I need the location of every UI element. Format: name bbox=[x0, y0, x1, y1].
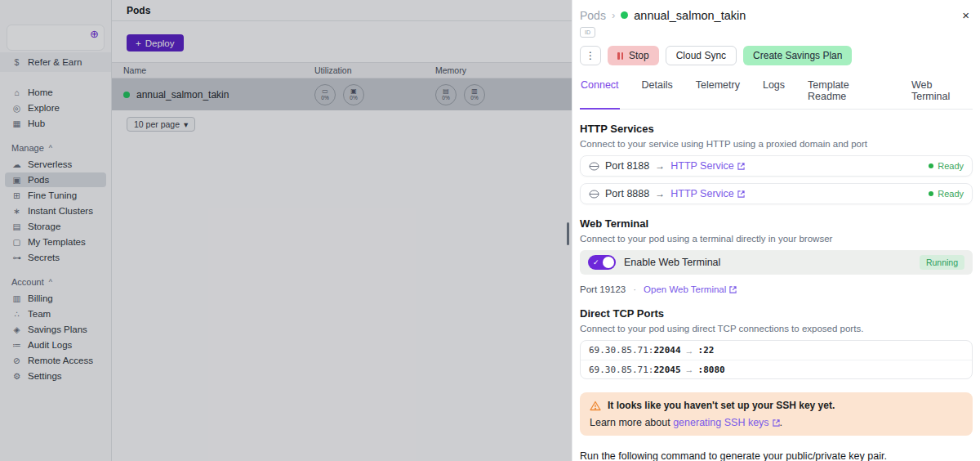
tcp-internal-port: :22 bbox=[698, 345, 715, 356]
ready-label: Ready bbox=[938, 189, 964, 199]
external-link-icon bbox=[729, 286, 737, 293]
separator-dot: · bbox=[633, 284, 636, 294]
toggle-knob bbox=[603, 257, 614, 268]
more-actions-button[interactable]: ⋮ bbox=[580, 46, 601, 65]
http-port-row-8188: Port 8188 → HTTP Service Ready bbox=[580, 155, 973, 177]
external-link-icon bbox=[737, 163, 745, 170]
web-terminal-title: Web Terminal bbox=[580, 217, 973, 230]
globe-icon bbox=[589, 162, 599, 171]
status-badge: Ready bbox=[929, 189, 964, 199]
port-label: Port 8188 bbox=[605, 160, 649, 172]
http-services-description: Connect to your service using HTTP using… bbox=[580, 139, 973, 149]
status-badge: Ready bbox=[929, 161, 964, 171]
tab-connect[interactable]: Connect bbox=[580, 76, 620, 110]
tcp-public-port: 22044 bbox=[653, 345, 680, 356]
external-link-icon bbox=[773, 419, 780, 427]
create-savings-plan-button[interactable]: Create Savings Plan bbox=[743, 46, 852, 65]
ready-dot-icon bbox=[929, 191, 933, 196]
pod-title: annual_salmon_takin bbox=[634, 9, 746, 22]
external-link-icon bbox=[737, 190, 745, 198]
workspace-region: ⊕ $ Refer & Earn ⌂ Home ◎ Explore ▦ Hub … bbox=[0, 0, 572, 461]
web-terminal-toggle-row: ✓ Enable Web Terminal Running bbox=[580, 250, 973, 275]
stop-button[interactable]: Stop bbox=[608, 46, 659, 65]
keygen-instruction: Run the following command to generate yo… bbox=[580, 450, 973, 461]
tcp-port-row: 69.30.85.71:22044→:22 bbox=[581, 341, 972, 360]
stop-label: Stop bbox=[629, 50, 649, 61]
ssh-warning-body: Learn more about generating SSH keys . bbox=[590, 417, 963, 428]
status-dot bbox=[621, 11, 628, 19]
ssh-warning-title: It looks like you haven't set up your SS… bbox=[608, 400, 835, 411]
ssh-warning-box: It looks like you haven't set up your SS… bbox=[580, 392, 973, 436]
panel-header: Pods › annual_salmon_takin × bbox=[580, 0, 973, 23]
http-services-title: HTTP Services bbox=[580, 123, 973, 135]
tcp-ip: 69.30.85.71: bbox=[589, 345, 653, 356]
port-label: Port 8888 bbox=[605, 188, 649, 199]
panel-tabs: Connect Details Telemetry Logs Template … bbox=[580, 76, 973, 110]
tcp-internal-port: :8080 bbox=[698, 365, 725, 375]
learn-more-prefix: Learn more about bbox=[590, 417, 673, 428]
tcp-ports-box: 69.30.85.71:22044→:22 69.30.85.71:22045→… bbox=[580, 340, 973, 379]
direct-tcp-description: Connect to your pod using direct TCP con… bbox=[580, 324, 973, 333]
breadcrumb[interactable]: Pods bbox=[580, 9, 606, 22]
close-icon[interactable]: × bbox=[959, 7, 973, 23]
tab-telemetry[interactable]: Telemetry bbox=[695, 76, 741, 109]
pause-icon bbox=[617, 52, 623, 60]
ready-label: Ready bbox=[938, 161, 964, 171]
http-service-link[interactable]: HTTP Service bbox=[670, 188, 745, 199]
ready-dot-icon bbox=[929, 163, 933, 168]
http-service-link-label: HTTP Service bbox=[670, 160, 734, 172]
running-badge: Running bbox=[920, 255, 964, 270]
tab-logs[interactable]: Logs bbox=[762, 76, 786, 109]
http-service-link-label: HTTP Service bbox=[670, 188, 734, 199]
arrow-right-icon: → bbox=[655, 160, 665, 172]
tab-web-terminal[interactable]: Web Terminal bbox=[911, 76, 973, 109]
direct-tcp-title: Direct TCP Ports bbox=[580, 307, 973, 320]
http-service-link[interactable]: HTTP Service bbox=[670, 160, 745, 172]
arrow-right-icon: → bbox=[655, 188, 665, 199]
pod-detail-panel: Pods › annual_salmon_takin × ID ⋮ Stop C… bbox=[572, 0, 980, 461]
action-bar: ⋮ Stop Cloud Sync Create Savings Plan bbox=[580, 46, 973, 65]
arrow-right-icon: → bbox=[681, 346, 698, 356]
warning-triangle-icon bbox=[590, 401, 601, 411]
tcp-public-port: 22045 bbox=[653, 365, 680, 375]
sentence-period: . bbox=[780, 417, 782, 428]
tab-details[interactable]: Details bbox=[641, 76, 674, 109]
copy-pod-id-button[interactable]: ID bbox=[580, 27, 595, 38]
panel-resize-handle[interactable] bbox=[567, 222, 569, 245]
check-icon: ✓ bbox=[593, 257, 599, 267]
terminal-port-label: Port 19123 bbox=[580, 284, 626, 294]
http-port-row-8888: Port 8888 → HTTP Service Ready bbox=[580, 183, 973, 204]
open-web-terminal-link[interactable]: Open Web Terminal bbox=[644, 284, 737, 294]
web-terminal-description: Connect to your pod using a terminal dir… bbox=[580, 234, 973, 244]
tab-template-readme[interactable]: Template Readme bbox=[807, 76, 889, 109]
generating-ssh-keys-label: generating SSH keys bbox=[673, 417, 768, 428]
modal-dim-overlay bbox=[0, 0, 572, 461]
cloud-sync-button[interactable]: Cloud Sync bbox=[666, 46, 737, 65]
arrow-right-icon: → bbox=[681, 365, 698, 374]
tcp-ip: 69.30.85.71: bbox=[589, 365, 653, 375]
enable-web-terminal-toggle[interactable]: ✓ bbox=[588, 255, 616, 270]
generating-ssh-keys-link[interactable]: generating SSH keys bbox=[673, 417, 779, 428]
open-web-terminal-label: Open Web Terminal bbox=[644, 284, 726, 294]
web-terminal-open-line: Port 19123 · Open Web Terminal bbox=[580, 284, 973, 294]
breadcrumb-separator: › bbox=[612, 9, 615, 21]
toggle-label: Enable Web Terminal bbox=[624, 257, 720, 268]
globe-icon bbox=[589, 190, 599, 199]
tcp-port-row: 69.30.85.71:22045→:8080 bbox=[581, 360, 972, 378]
